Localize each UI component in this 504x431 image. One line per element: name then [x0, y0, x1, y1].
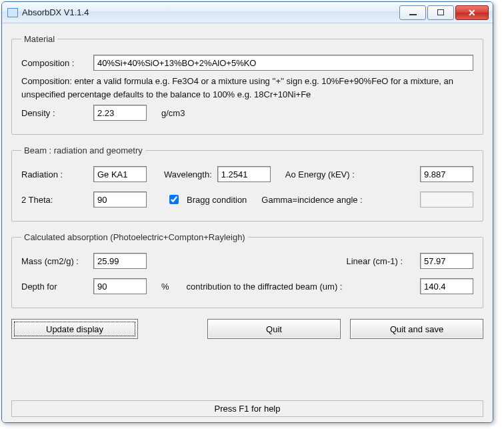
quit-button[interactable]: Quit — [207, 319, 341, 339]
wavelength-input[interactable] — [217, 166, 271, 182]
status-bar: Press F1 for help — [11, 400, 483, 417]
composition-label: Composition : — [21, 58, 88, 68]
density-input[interactable] — [93, 105, 147, 121]
two-theta-input[interactable] — [93, 191, 147, 207]
radiation-input[interactable] — [93, 166, 147, 182]
linear-output[interactable] — [420, 253, 473, 269]
ao-energy-input[interactable] — [420, 166, 473, 182]
material-group: Material Composition : Composition: ente… — [11, 34, 483, 135]
density-units: g/cm3 — [161, 108, 185, 118]
linear-label: Linear (cm-1) : — [346, 256, 403, 266]
calc-legend: Calculated absorption (Photoelectric+Com… — [21, 232, 248, 242]
minimize-icon — [409, 14, 417, 15]
quit-save-button[interactable]: Quit and save — [350, 319, 483, 339]
maximize-button[interactable] — [427, 5, 454, 20]
bragg-label: Bragg condition — [187, 195, 247, 205]
material-legend: Material — [21, 34, 57, 44]
mass-label: Mass (cm2/g) : — [21, 256, 88, 266]
action-row: Update display Quit Quit and save — [11, 319, 483, 339]
bragg-checkbox[interactable] — [169, 195, 179, 204]
close-button[interactable]: ✕ — [455, 5, 489, 20]
density-label: Density : — [21, 108, 88, 118]
mass-output[interactable] — [93, 253, 147, 269]
minimize-button[interactable] — [399, 5, 426, 20]
depth-for-label: Depth for — [21, 282, 88, 292]
wavelength-label: Wavelength: — [164, 169, 212, 179]
calc-group: Calculated absorption (Photoelectric+Com… — [11, 232, 483, 308]
depth-percent-unit: % — [161, 282, 169, 292]
radiation-label: Radiation : — [21, 169, 88, 179]
beam-legend: Beam : radiation and geometry — [21, 145, 145, 155]
depth-percent-input[interactable] — [93, 278, 147, 294]
composition-input[interactable] — [93, 55, 473, 71]
depth-output[interactable] — [420, 278, 473, 294]
two-theta-label: 2 Theta: — [21, 195, 88, 205]
depth-trail-label: contribution to the diffracted beam (um)… — [187, 282, 343, 292]
titlebar: AbsorbDX V1.1.4 ✕ — [2, 2, 493, 23]
gamma-label: Gamma=incidence angle : — [261, 195, 362, 205]
window-controls: ✕ — [399, 5, 489, 20]
client-area: Material Composition : Composition: ente… — [2, 23, 493, 422]
window-title: AbsorbDX V1.1.4 — [22, 7, 399, 17]
close-icon: ✕ — [468, 8, 476, 17]
update-display-button[interactable]: Update display — [11, 319, 138, 339]
maximize-icon — [437, 9, 444, 15]
app-window: AbsorbDX V1.1.4 ✕ Material Composition :… — [1, 1, 493, 423]
app-icon — [7, 8, 18, 17]
ao-energy-label: Ao Energy (kEV) : — [285, 169, 355, 179]
beam-group: Beam : radiation and geometry Radiation … — [11, 145, 483, 222]
composition-hint: Composition: enter a valid formula e.g. … — [21, 75, 473, 101]
gamma-input — [420, 191, 473, 207]
